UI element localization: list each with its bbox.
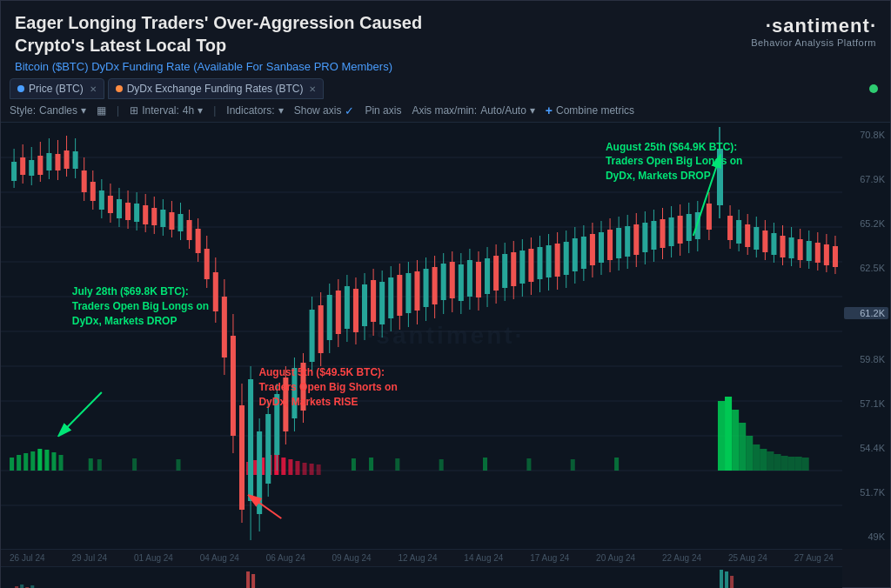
main-container: Eager Longing Traders' Over-Aggression C… [0,0,891,588]
svg-rect-64 [46,153,51,170]
svg-rect-182 [564,242,569,275]
svg-rect-38 [483,458,487,471]
svg-rect-72 [82,170,87,192]
svg-rect-26 [295,461,299,475]
svg-rect-23 [274,453,278,475]
svg-rect-255 [725,571,728,588]
show-axis-toggle[interactable]: Show axis ✓ [294,104,355,117]
svg-rect-156 [450,262,455,298]
svg-rect-96 [187,220,192,240]
svg-rect-15 [37,449,42,471]
svg-rect-124 [310,310,315,362]
svg-rect-194 [616,228,621,258]
svg-rect-47 [753,444,760,471]
svg-rect-230 [780,236,785,257]
svg-rect-224 [754,227,759,250]
x-axis: 26 Jul 24 29 Jul 24 01 Aug 24 04 Aug 24 … [1,549,842,566]
svg-rect-204 [660,219,665,248]
page-subtitle: Bitcoin ($BTC) DyDx Funding Rate (Availa… [15,60,422,73]
axis-minmax-selector[interactable]: Axis max/min: Auto/Auto ▾ [412,104,534,117]
pin-axis-toggle[interactable]: Pin axis [365,104,401,117]
x-label-5: 06 Aug 24 [266,553,305,563]
svg-rect-48 [760,449,767,471]
y-label-7: 57.1K [844,398,888,409]
logo-dot-right: · [870,15,876,37]
combine-metrics-button[interactable]: + Combine metrics [546,104,634,117]
svg-rect-162 [476,262,481,297]
tab-dydx[interactable]: DyDx Exchange Funding Rates (BTC) ✕ [108,78,325,99]
tab-price-btc[interactable]: Price (BTC) ✕ [10,78,104,99]
tab-close-dydx[interactable]: ✕ [309,84,316,94]
chart-type-icon: ▦ [97,104,106,117]
svg-rect-166 [493,256,499,291]
x-label-6: 09 Aug 24 [332,553,372,563]
svg-rect-100 [204,249,210,279]
svg-rect-190 [599,232,604,263]
interval-selector[interactable]: ⊞ Interval: 4h ▾ [130,104,203,117]
svg-rect-36 [395,458,399,471]
svg-rect-12 [17,455,21,471]
svg-rect-206 [669,217,674,246]
svg-rect-168 [502,254,507,288]
style-chevron: ▾ [81,104,86,117]
svg-rect-32 [132,458,137,471]
svg-rect-42 [718,401,725,471]
y-label-3: 65.2K [844,218,888,229]
svg-rect-31 [97,459,102,471]
svg-rect-94 [178,214,183,231]
svg-rect-118 [283,378,288,431]
svg-rect-126 [318,305,324,353]
tab-dot-dydx [116,85,123,92]
y-label-10: 49K [844,531,888,542]
svg-rect-170 [511,252,516,286]
svg-rect-128 [327,295,332,340]
svg-rect-140 [379,282,385,324]
svg-rect-33 [176,459,180,471]
svg-rect-24 [281,458,285,475]
separator-2: | [213,104,216,117]
interval-label: Interval: [142,104,179,117]
santiment-logo: ·santiment· [766,15,876,37]
svg-rect-30 [89,458,93,471]
svg-line-243 [60,392,101,434]
svg-rect-180 [555,244,560,277]
svg-rect-11 [10,458,14,471]
tab-label-dydx: DyDx Exchange Funding Rates (BTC) [127,83,304,95]
svg-rect-192 [607,230,613,260]
header-left: Eager Longing Traders' Over-Aggression C… [15,11,422,73]
svg-rect-86 [143,205,148,224]
svg-rect-154 [441,264,446,300]
svg-rect-198 [633,224,639,255]
svg-rect-27 [303,463,307,475]
x-label-11: 22 Aug 24 [662,553,701,563]
toolbar: Style: Candles ▾ ▦ | ⊞ Interval: 4h ▾ | … [1,101,890,123]
y-label-4: 62.5K [844,263,888,273]
svg-rect-160 [467,260,472,297]
svg-rect-196 [625,226,630,257]
indicators-label: Indicators: [226,104,274,117]
svg-rect-146 [405,273,411,313]
svg-rect-50 [774,454,780,471]
indicators-selector[interactable]: Indicators: ▾ [226,104,283,117]
style-label: Style: [10,104,36,117]
svg-rect-242 [833,246,838,267]
svg-rect-82 [125,203,131,220]
chart-type-selector[interactable]: ▦ [97,104,106,117]
indicators-chevron: ▾ [278,104,284,117]
svg-rect-240 [824,244,829,265]
style-selector[interactable]: Style: Candles ▾ [10,104,86,117]
svg-rect-238 [815,243,821,263]
svg-rect-58 [20,157,25,175]
svg-rect-148 [414,271,419,311]
svg-rect-17 [51,452,56,471]
svg-rect-18 [58,455,63,471]
svg-line-244 [251,497,281,518]
svg-rect-110 [248,379,253,501]
svg-rect-158 [459,264,464,301]
svg-rect-216 [707,204,712,230]
x-label-13: 27 Aug 24 [794,553,834,563]
tab-close-price[interactable]: ✕ [90,84,97,94]
svg-rect-152 [432,267,438,304]
svg-rect-35 [369,458,373,471]
svg-rect-256 [730,576,734,588]
